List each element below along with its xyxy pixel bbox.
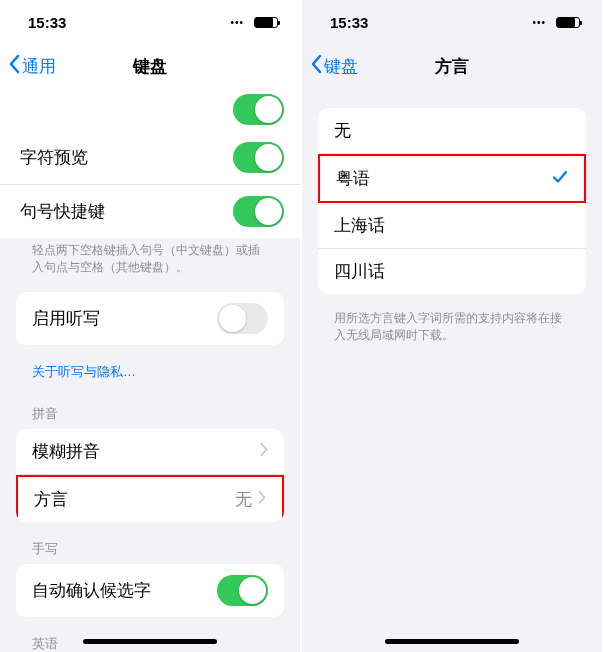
- settings-row[interactable]: 模糊拼音: [16, 429, 284, 475]
- battery-icon: [556, 17, 580, 28]
- status-bar: 15:33 •••: [302, 0, 602, 44]
- row-label: 模糊拼音: [32, 440, 100, 463]
- cellular-icon: •••: [532, 17, 546, 28]
- toggle[interactable]: [233, 94, 284, 125]
- page-title: 键盘: [133, 55, 167, 78]
- cellular-icon: •••: [230, 17, 244, 28]
- back-button[interactable]: 通用: [8, 54, 56, 79]
- nav-bar: 键盘 方言: [302, 44, 602, 88]
- option-row[interactable]: 粤语: [318, 154, 586, 203]
- option-label: 四川话: [334, 260, 385, 283]
- status-icons: •••: [532, 13, 580, 31]
- section-header: 拼音: [0, 399, 300, 429]
- status-icons: •••: [230, 13, 278, 31]
- home-indicator[interactable]: [83, 639, 217, 644]
- row-label: 自动确认候选字: [32, 579, 151, 602]
- status-time: 15:33: [330, 14, 368, 31]
- settings-group: 启用听写: [16, 292, 284, 345]
- section-header: 手写: [0, 534, 300, 564]
- privacy-link[interactable]: 关于听写与隐私…: [0, 357, 300, 399]
- settings-row[interactable]: 字符预览: [0, 131, 300, 185]
- row-label: 句号快捷键: [20, 200, 105, 223]
- row-label: 字符预览: [20, 146, 88, 169]
- checkmark-icon: [552, 169, 568, 189]
- footer-text: 轻点两下空格键插入句号（中文键盘）或插入句点与空格（其他键盘）。: [0, 238, 300, 292]
- row-label: 启用听写: [32, 307, 100, 330]
- option-label: 无: [334, 119, 351, 142]
- settings-group: 模糊拼音方言无: [16, 429, 284, 522]
- row-label: 方言: [34, 488, 68, 511]
- back-button[interactable]: 键盘: [310, 54, 358, 79]
- status-time: 15:33: [28, 14, 66, 31]
- option-row[interactable]: 无: [318, 108, 586, 154]
- settings-group: 自动确认候选字: [16, 564, 284, 617]
- toggle[interactable]: [217, 575, 268, 606]
- settings-row[interactable]: 自动确认候选字: [16, 564, 284, 617]
- chevron-right-icon: [258, 489, 266, 509]
- back-label: 通用: [22, 55, 56, 78]
- nav-bar: 通用 键盘: [0, 44, 300, 88]
- home-indicator[interactable]: [385, 639, 519, 644]
- battery-icon: [254, 17, 278, 28]
- settings-row[interactable]: 启用听写: [16, 292, 284, 345]
- toggle[interactable]: [233, 196, 284, 227]
- chevron-left-icon: [310, 54, 322, 79]
- page-title: 方言: [435, 55, 469, 78]
- chevron-right-icon: [260, 441, 268, 461]
- back-label: 键盘: [324, 55, 358, 78]
- status-bar: 15:33 •••: [0, 0, 300, 44]
- toggle[interactable]: [217, 303, 268, 334]
- partial-row: [0, 88, 300, 131]
- option-label: 上海话: [334, 214, 385, 237]
- row-value: 无: [235, 488, 252, 511]
- option-row[interactable]: 上海话: [318, 203, 586, 249]
- footer-text: 用所选方言键入字词所需的支持内容将在接入无线局域网时下载。: [302, 306, 602, 360]
- settings-row[interactable]: 句号快捷键: [0, 185, 300, 238]
- option-row[interactable]: 四川话: [318, 249, 586, 294]
- option-label: 粤语: [336, 167, 370, 190]
- settings-group: 字符预览句号快捷键: [0, 131, 300, 238]
- options-group: 无粤语上海话四川话: [318, 108, 586, 294]
- chevron-left-icon: [8, 54, 20, 79]
- settings-row[interactable]: 方言无: [16, 475, 284, 522]
- toggle[interactable]: [233, 142, 284, 173]
